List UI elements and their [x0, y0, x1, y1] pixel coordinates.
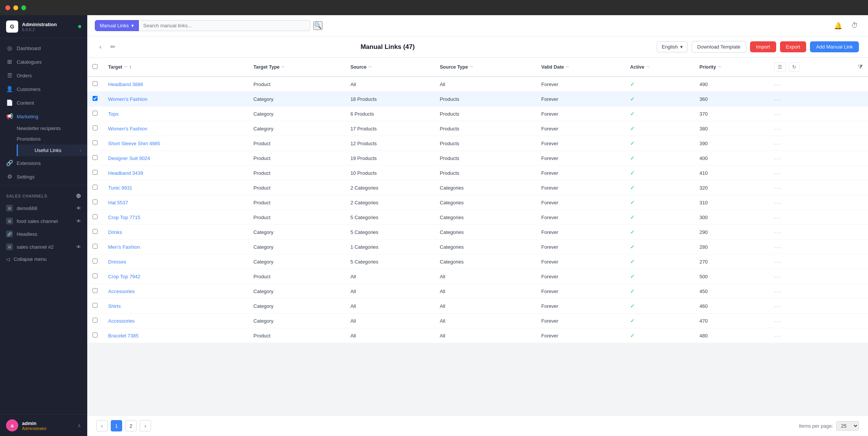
row-actions-button[interactable]: ···: [774, 244, 782, 250]
search-type-dropdown[interactable]: Manual Links ▾: [95, 20, 139, 31]
row-checkbox[interactable]: [93, 273, 97, 278]
sidebar-item-orders[interactable]: ☰ Orders: [0, 69, 87, 82]
prev-page-button[interactable]: ‹: [96, 420, 108, 431]
row-checkbox[interactable]: [93, 214, 97, 219]
close-button[interactable]: [5, 5, 10, 10]
row-checkbox[interactable]: [93, 140, 97, 145]
columns-button[interactable]: ☰: [774, 62, 786, 72]
sidebar-item-useful-links[interactable]: Useful Links ›: [17, 144, 87, 156]
sidebar-item-settings[interactable]: ⚙ Settings: [0, 170, 87, 183]
th-target[interactable]: Target ··· ↑: [103, 58, 248, 77]
row-checkbox[interactable]: [93, 170, 97, 175]
export-button[interactable]: Export: [780, 41, 807, 52]
sidebar-item-marketing[interactable]: 📢 Marketing: [0, 110, 87, 123]
row-actions-button[interactable]: ···: [774, 214, 782, 221]
row-actions-button[interactable]: ···: [774, 332, 782, 339]
row-actions-button[interactable]: ···: [774, 155, 782, 162]
row-actions-button[interactable]: ···: [774, 318, 782, 324]
back-button[interactable]: ‹: [96, 41, 104, 53]
maximize-button[interactable]: [21, 5, 26, 10]
cell-target[interactable]: Crop Top 7715: [103, 210, 248, 225]
next-page-button[interactable]: ›: [140, 420, 151, 431]
sidebar-channel-demo668[interactable]: 🖥 demo668 👁: [0, 202, 87, 215]
cell-target[interactable]: Accessories: [103, 314, 248, 328]
page-2-button[interactable]: 2: [125, 420, 137, 431]
cell-target[interactable]: Women's Fashion: [103, 121, 248, 136]
th-active[interactable]: Active ···: [625, 58, 694, 77]
import-button[interactable]: Import: [750, 41, 776, 52]
row-checkbox[interactable]: [93, 96, 97, 101]
cell-target[interactable]: Headband 3439: [103, 166, 248, 180]
notifications-icon[interactable]: 🔔: [832, 19, 844, 32]
sidebar-item-extensions[interactable]: 🔗 Extensions: [0, 156, 87, 170]
search-button[interactable]: 🔍: [313, 21, 322, 30]
cell-target[interactable]: Accessories: [103, 284, 248, 299]
row-checkbox[interactable]: [93, 318, 97, 323]
th-valid-date[interactable]: Valid Date ···: [536, 58, 625, 77]
sidebar-item-newsletter[interactable]: Newsletter recipients: [17, 123, 87, 134]
cell-target[interactable]: Designer Suit 9024: [103, 151, 248, 166]
row-checkbox[interactable]: [93, 199, 97, 204]
row-actions-button[interactable]: ···: [774, 288, 782, 295]
cell-target[interactable]: Crop Top 7942: [103, 269, 248, 284]
per-page-select[interactable]: 25 50 100: [836, 421, 859, 431]
cell-target[interactable]: Dresses: [103, 254, 248, 269]
row-actions-button[interactable]: ···: [774, 229, 782, 235]
sidebar-item-catalogues[interactable]: ⊞ Catalogues: [0, 55, 87, 69]
row-checkbox[interactable]: [93, 332, 97, 337]
page-1-button[interactable]: 1: [111, 420, 122, 431]
row-checkbox[interactable]: [93, 303, 97, 308]
row-actions-button[interactable]: ···: [774, 185, 782, 191]
user-menu[interactable]: a admin Administrator ∧: [0, 414, 87, 436]
sidebar-channel-sales2[interactable]: 🖥 sales channel #2 👁: [0, 240, 87, 253]
th-priority[interactable]: Priority ···: [694, 58, 769, 77]
sidebar-item-dashboard[interactable]: ◎ Dashboard: [0, 41, 87, 55]
cell-target[interactable]: Shirts: [103, 299, 248, 314]
row-checkbox[interactable]: [93, 259, 97, 263]
add-channel-icon[interactable]: ⊕: [76, 192, 81, 199]
row-actions-button[interactable]: ···: [774, 259, 782, 265]
cell-target[interactable]: Headband 3886: [103, 77, 248, 92]
row-actions-button[interactable]: ···: [774, 273, 782, 280]
select-all-checkbox[interactable]: [93, 64, 97, 69]
cell-target[interactable]: Men's Fashion: [103, 240, 248, 254]
cell-target[interactable]: Tunic 9931: [103, 180, 248, 195]
cell-target[interactable]: Hat 5537: [103, 195, 248, 210]
row-checkbox[interactable]: [93, 244, 97, 249]
row-actions-button[interactable]: ···: [774, 96, 782, 102]
th-target-type[interactable]: Target Type ···: [248, 58, 345, 77]
row-actions-button[interactable]: ···: [774, 111, 782, 117]
th-source[interactable]: Source ···: [345, 58, 435, 77]
edit-button[interactable]: ✏: [107, 41, 118, 53]
sidebar-channel-food[interactable]: 🖥 food sales channel 👁: [0, 215, 87, 227]
row-actions-button[interactable]: ···: [774, 303, 782, 309]
add-manual-link-button[interactable]: Add Manual Link: [810, 41, 859, 52]
refresh-button[interactable]: ↻: [789, 62, 800, 72]
cell-target[interactable]: Short Sleeve Shirt 4985: [103, 136, 248, 151]
sidebar-item-content[interactable]: 📄 Content: [0, 96, 87, 110]
row-actions-button[interactable]: ···: [774, 140, 782, 147]
cell-target[interactable]: Tops: [103, 107, 248, 121]
row-actions-button[interactable]: ···: [774, 170, 782, 176]
collapse-menu-button[interactable]: ◁ Collapse menu: [0, 253, 87, 265]
row-actions-button[interactable]: ···: [774, 199, 782, 206]
language-dropdown[interactable]: English ▾: [657, 41, 688, 52]
row-checkbox[interactable]: [93, 155, 97, 160]
sidebar-item-customers[interactable]: 👤 Customers: [0, 82, 87, 96]
row-checkbox[interactable]: [93, 288, 97, 293]
row-checkbox[interactable]: [93, 81, 97, 86]
filter-button[interactable]: ⧩: [858, 64, 863, 71]
cell-target[interactable]: Women's Fashion: [103, 92, 248, 107]
row-checkbox[interactable]: [93, 229, 97, 234]
search-input[interactable]: [139, 20, 310, 31]
row-actions-button[interactable]: ···: [774, 125, 782, 132]
th-source-type[interactable]: Source Type ···: [434, 58, 536, 77]
help-icon[interactable]: ⏱: [849, 19, 860, 32]
row-actions-button[interactable]: ···: [774, 81, 782, 88]
cell-target[interactable]: Bracelet 7385: [103, 328, 248, 343]
sidebar-channel-headless[interactable]: 🔗 Headless: [0, 227, 87, 240]
minimize-button[interactable]: [13, 5, 18, 10]
row-checkbox[interactable]: [93, 185, 97, 190]
row-checkbox[interactable]: [93, 111, 97, 116]
cell-target[interactable]: Drinks: [103, 225, 248, 240]
